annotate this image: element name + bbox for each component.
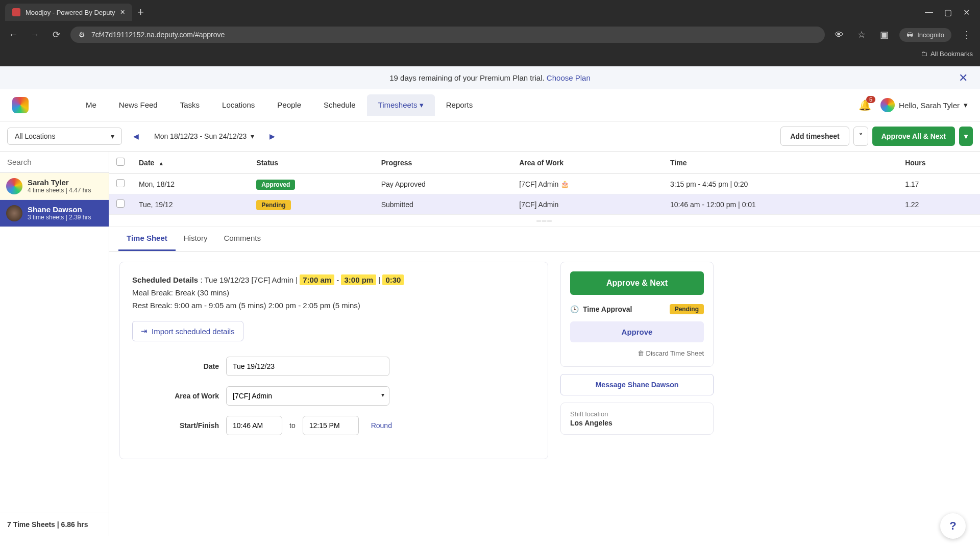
header-area[interactable]: Area of Work — [512, 152, 663, 174]
finish-time-input[interactable] — [303, 416, 359, 435]
header-date[interactable]: Date▲ — [132, 152, 249, 174]
eye-off-icon[interactable]: 👁 — [832, 28, 846, 42]
close-banner-icon[interactable]: ✕ — [959, 71, 968, 85]
approve-all-chevron[interactable]: ▾ — [959, 127, 973, 146]
location-select[interactable]: All Locations ▾ — [7, 128, 122, 145]
header-time[interactable]: Time — [663, 152, 898, 174]
prev-week-icon[interactable]: ◀ — [127, 128, 145, 144]
search-wrap — [0, 152, 109, 173]
addtab-icon[interactable]: + — [137, 6, 144, 19]
startfinish-label: Start/Finish — [132, 421, 219, 430]
user-menu[interactable]: Hello, Sarah Tyler ▾ — [880, 98, 968, 112]
tab-history[interactable]: History — [176, 227, 216, 251]
maximize-icon[interactable]: ▢ — [944, 8, 952, 17]
hl-start: 7:00 am — [300, 274, 334, 285]
form-row-date: Date — [132, 357, 535, 376]
star-icon[interactable]: ☆ — [854, 28, 869, 42]
url-text: 7cf47d19112152.na.deputy.com/#approve — [91, 31, 225, 39]
brand-logo-icon[interactable] — [12, 97, 29, 113]
nav-people[interactable]: People — [266, 94, 312, 116]
avatar-icon — [880, 98, 895, 112]
employee-name: Sarah Tyler — [28, 178, 91, 187]
add-timesheet-button[interactable]: Add timesheet — [780, 127, 849, 146]
tab-title: Moodjoy - Powered By Deputy — [26, 9, 115, 16]
incognito-label: Incognito — [917, 31, 944, 39]
detail-flex: Scheduled Details : Tue 19/12/23 [7CF] A… — [109, 252, 980, 469]
import-scheduled-button[interactable]: ⇥ Import scheduled details — [132, 321, 243, 341]
shift-location-value: Los Angeles — [570, 419, 704, 427]
address-bar-row: ← → ⟳ ⚙ 7cf47d19112152.na.deputy.com/#ap… — [0, 21, 980, 48]
employee-meta: 4 time sheets | 4.47 hrs — [28, 187, 91, 194]
kebab-icon[interactable]: ⋮ — [960, 28, 974, 42]
row-checkbox[interactable] — [116, 179, 125, 187]
header-progress[interactable]: Progress — [374, 152, 512, 174]
next-week-icon[interactable]: ▶ — [263, 128, 281, 144]
url-field[interactable]: ⚙ 7cf47d19112152.na.deputy.com/#approve — [70, 27, 825, 43]
table-row[interactable]: Mon, 18/12 Approved Pay Approved [7CF] A… — [109, 174, 980, 194]
nav-timesheets[interactable]: Timesheets ▾ — [367, 94, 435, 116]
row-checkbox[interactable] — [116, 199, 125, 208]
incognito-pill[interactable]: 🕶 Incognito — [899, 28, 951, 42]
chevron-down-icon: ▾ — [964, 132, 968, 140]
round-button[interactable]: Round — [371, 421, 392, 430]
site-settings-icon[interactable]: ⚙ — [79, 31, 85, 39]
all-bookmarks-button[interactable]: 🗀 All Bookmarks — [921, 50, 973, 58]
toolbar-right: Add timesheet ˅ Approve All & Next ▾ — [780, 127, 973, 146]
date-label: Date — [132, 362, 219, 370]
sort-asc-icon: ▲ — [158, 160, 164, 166]
cell-area: [7CF] Admin — [512, 194, 663, 215]
date-input[interactable] — [226, 357, 389, 376]
nav-items: Me News Feed Tasks Locations People Sche… — [75, 94, 484, 116]
nav-locations[interactable]: Locations — [211, 94, 266, 116]
to-label: to — [289, 421, 296, 430]
sidebar-item-sarah[interactable]: Sarah Tyler 4 time sheets | 4.47 hrs — [0, 173, 109, 200]
sidebar-item-shane[interactable]: Shane Dawson 3 time sheets | 2.39 hrs — [0, 200, 109, 227]
approve-all-next-button[interactable]: Approve All & Next — [872, 127, 955, 146]
resize-handle[interactable]: ═══ — [109, 215, 980, 227]
reload-icon[interactable]: ⟳ — [49, 28, 63, 42]
help-fab[interactable]: ? — [940, 513, 966, 536]
close-icon[interactable]: × — [120, 8, 125, 17]
week-range-select[interactable]: Mon 18/12/23 - Sun 24/12/23 ▾ — [147, 128, 261, 144]
close-window-icon[interactable]: ✕ — [963, 8, 970, 17]
select-all-checkbox[interactable] — [116, 158, 125, 166]
nav-schedule[interactable]: Schedule — [312, 94, 367, 116]
table-row[interactable]: Tue, 19/12 Pending Submitted [7CF] Admin… — [109, 194, 980, 215]
notifications-button[interactable]: 🔔 5 — [859, 99, 871, 111]
area-select[interactable] — [226, 386, 389, 406]
back-icon[interactable]: ← — [6, 28, 20, 42]
message-employee-button[interactable]: Message Shane Dawson — [560, 374, 714, 395]
tab-bar: Moodjoy - Powered By Deputy × + — ▢ ✕ — [0, 0, 980, 21]
nav-reports[interactable]: Reports — [435, 94, 484, 116]
approval-side-panel: Approve & Next 🕒 Time Approval Pending A… — [560, 262, 714, 435]
shift-location-card: Shift location Los Angeles — [560, 403, 714, 435]
nav-newsfeed[interactable]: News Feed — [108, 94, 169, 116]
chevron-down-icon: ▾ — [420, 101, 424, 109]
avatar-icon — [6, 178, 22, 194]
nav-me[interactable]: Me — [75, 94, 108, 116]
header-status[interactable]: Status — [249, 152, 374, 174]
nav-tasks[interactable]: Tasks — [169, 94, 211, 116]
approval-status-badge: Pending — [670, 304, 704, 314]
cell-hours: 1.22 — [898, 194, 980, 215]
panel-icon[interactable]: ▣ — [877, 28, 891, 42]
chevron-down-icon: ▾ — [251, 132, 254, 140]
employee-meta: 3 time sheets | 2.39 hrs — [28, 214, 91, 221]
checkbox-header — [109, 152, 132, 174]
tab-timesheet[interactable]: Time Sheet — [118, 227, 176, 251]
search-input[interactable] — [0, 152, 109, 172]
chevron-down-icon: ▾ — [964, 101, 968, 110]
time-approval-row: 🕒 Time Approval Pending — [570, 304, 704, 314]
start-time-input[interactable] — [226, 416, 282, 435]
add-timesheet-chevron[interactable]: ˅ — [853, 127, 868, 146]
header-hours[interactable]: Hours — [898, 152, 980, 174]
choose-plan-link[interactable]: Choose Plan — [547, 73, 591, 82]
browser-tab[interactable]: Moodjoy - Powered By Deputy × — [5, 4, 132, 21]
sub-toolbar: All Locations ▾ ◀ Mon 18/12/23 - Sun 24/… — [0, 121, 980, 152]
approve-button[interactable]: Approve — [570, 321, 704, 342]
discard-timesheet-button[interactable]: 🗑 Discard Time Sheet — [570, 349, 704, 357]
approve-and-next-button[interactable]: Approve & Next — [570, 271, 704, 295]
tab-comments[interactable]: Comments — [215, 227, 269, 251]
location-value: All Locations — [15, 132, 55, 140]
minimize-icon[interactable]: — — [925, 8, 933, 17]
